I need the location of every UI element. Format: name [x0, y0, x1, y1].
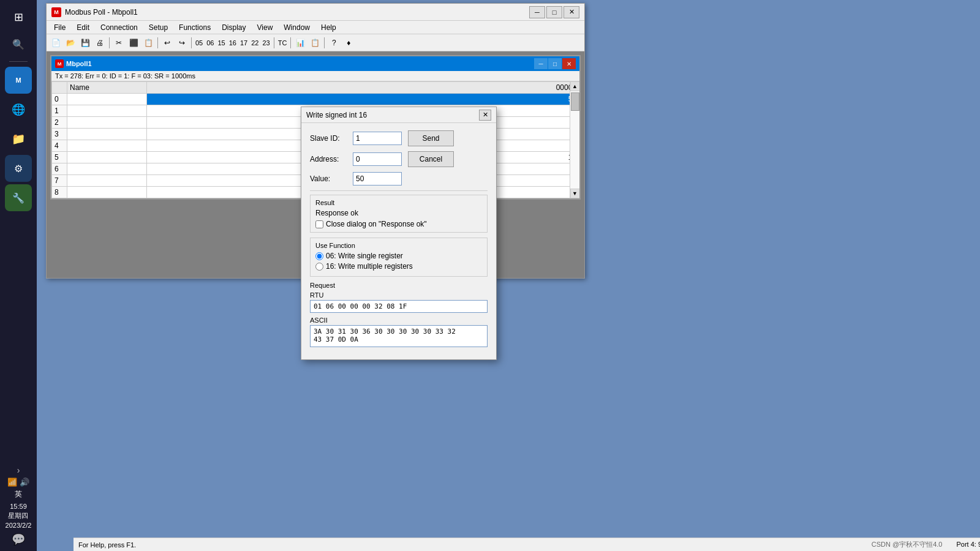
inner-titlebar: M Mbpoll1 ─ □ ✕: [51, 56, 579, 71]
request-group: Request RTU 01 06 00 00 00 32 08 1F ASCI…: [310, 282, 488, 347]
taskbar-left: ⊞ 🔍 M 🌐 📁 ⚙ 🔧 › 📶 🔊 英 15:59 星期四 2023/2/2…: [0, 0, 37, 551]
toolbar-tc[interactable]: TC: [277, 39, 288, 47]
inner-app-icon: M: [55, 59, 64, 68]
scrollbar-vertical[interactable]: ▲ ▼: [570, 81, 579, 198]
radio-write-multiple[interactable]: [315, 263, 323, 271]
row-name: [67, 105, 147, 117]
scroll-down[interactable]: ▼: [570, 189, 580, 198]
toolbar-paste[interactable]: 📋: [141, 36, 155, 50]
toolbar-22[interactable]: 22: [250, 39, 260, 47]
value-input[interactable]: [353, 172, 402, 186]
table-row[interactable]: 050: [52, 94, 579, 105]
toolbar-chart[interactable]: 📊: [293, 36, 307, 50]
taskbar-files[interactable]: 📁: [5, 126, 32, 152]
menu-file[interactable]: File: [49, 22, 70, 33]
date-display: 2023/2/2: [6, 521, 32, 530]
toolbar-copy[interactable]: ⬛: [127, 36, 140, 50]
chat-button[interactable]: 💬: [12, 533, 25, 546]
toolbar-17[interactable]: 17: [239, 39, 249, 47]
close-dialog-row: Close dialog on "Response ok": [315, 220, 482, 228]
toolbar-cut[interactable]: ✂: [112, 36, 126, 50]
slave-id-input[interactable]: [353, 132, 402, 145]
inner-minimize[interactable]: ─: [534, 58, 548, 69]
ascii-label: ASCII: [310, 317, 488, 324]
dialog-titlebar: Write signed int 16 ✕: [301, 107, 496, 123]
inner-close[interactable]: ✕: [562, 58, 576, 69]
toolbar-redo[interactable]: ↪: [175, 36, 189, 50]
radio-write-single[interactable]: [315, 252, 323, 260]
row-value[interactable]: 50: [147, 94, 579, 105]
scroll-up[interactable]: ▲: [570, 81, 580, 91]
row-number: 1: [52, 105, 67, 117]
ascii-line2: 43 37 0D 0A: [314, 335, 358, 343]
watermark: CSDN @宇秋不守恒4.0: [872, 541, 943, 548]
toolbar-data[interactable]: 📋: [308, 36, 322, 50]
show-hidden-icons[interactable]: ›: [17, 465, 20, 475]
search-icon: 🔍: [12, 39, 24, 50]
toolbar: 📄 📂 💾 🖨 ✂ ⬛ 📋 ↩ ↪ 05 06 15 16 17 22 23 T…: [47, 34, 584, 51]
menu-display[interactable]: Display: [217, 22, 251, 33]
toolbar-save[interactable]: 💾: [78, 36, 92, 50]
speaker-icon[interactable]: 🔊: [20, 478, 29, 487]
row-number: 2: [52, 117, 67, 129]
language-button[interactable]: 英: [15, 489, 22, 500]
row-name: [67, 163, 147, 175]
rtu-label: RTU: [310, 291, 488, 299]
scroll-thumb[interactable]: [571, 92, 579, 111]
menu-edit[interactable]: Edit: [72, 22, 94, 33]
toolbar-sep4: [274, 37, 274, 48]
menu-help[interactable]: Help: [316, 22, 341, 33]
function-legend: Use Function: [315, 242, 482, 249]
address-row: Address: Cancel: [310, 151, 488, 167]
toolbar-sep2: [157, 37, 158, 48]
taskbar-edge[interactable]: 🌐: [5, 96, 32, 123]
toolbar-16[interactable]: 16: [228, 39, 238, 47]
wifi-icon[interactable]: 📶: [7, 478, 17, 487]
toolbar-print[interactable]: 🖨: [93, 36, 107, 50]
search-button[interactable]: 🔍: [6, 32, 31, 56]
toolbar-sep1: [109, 37, 110, 48]
toolbar-23[interactable]: 23: [262, 39, 271, 47]
toolbar-15[interactable]: 15: [217, 39, 227, 47]
toolbar-undo[interactable]: ↩: [160, 36, 174, 50]
toolbar-sep6: [324, 37, 325, 48]
menu-window[interactable]: Window: [279, 22, 315, 33]
toolbar-05[interactable]: 05: [194, 39, 204, 47]
dialog-close-button[interactable]: ✕: [479, 110, 491, 121]
taskbar-app-mbpoll[interactable]: M: [5, 67, 32, 94]
taskbar-settings[interactable]: ⚙: [5, 155, 32, 182]
result-group: Result Response ok Close dialog on "Resp…: [310, 195, 488, 233]
send-button[interactable]: Send: [408, 130, 454, 146]
row-name: [67, 94, 147, 105]
titlebar-left: M Modbus Poll - Mbpoll1: [51, 7, 138, 17]
menu-setup[interactable]: Setup: [144, 22, 173, 33]
toolbar-06[interactable]: 06: [205, 39, 215, 47]
app-title: Modbus Poll - Mbpoll1: [65, 8, 138, 17]
toolbar-extra[interactable]: ♦: [342, 36, 355, 50]
windows-start-button[interactable]: ⊞: [6, 5, 31, 29]
address-input[interactable]: [353, 152, 402, 166]
ascii-line1: 3A 30 31 30 36 30 30 30 30 30 33 32: [314, 328, 456, 335]
file-explorer-icon: 📁: [12, 132, 25, 146]
close-dialog-checkbox[interactable]: [315, 220, 323, 228]
statusbar-right: CSDN @宇秋不守恒4.0 Port 4: 9600-8-E-1: [872, 540, 980, 549]
function-group: Use Function 06: Write single register 1…: [310, 238, 488, 277]
toolbar-new[interactable]: 📄: [49, 36, 62, 50]
inner-maximize[interactable]: □: [548, 58, 562, 69]
minimize-button[interactable]: ─: [529, 6, 545, 18]
menu-connection[interactable]: Connection: [96, 22, 143, 33]
maximize-button[interactable]: □: [546, 6, 562, 18]
toolbar-help[interactable]: ?: [327, 36, 341, 50]
menu-functions[interactable]: Functions: [174, 22, 216, 33]
divider1: [310, 190, 488, 191]
request-legend: Request: [310, 282, 488, 289]
cancel-button[interactable]: Cancel: [408, 151, 454, 167]
taskbar-tool[interactable]: 🔧: [5, 184, 32, 211]
menu-view[interactable]: View: [252, 22, 278, 33]
clock-display[interactable]: 15:59 星期四 2023/2/2: [6, 502, 32, 530]
col-name: Name: [67, 82, 147, 94]
toolbar-open[interactable]: 📂: [64, 36, 77, 50]
value-label: Value:: [310, 174, 353, 183]
close-button[interactable]: ✕: [564, 6, 579, 18]
windows-icon: ⊞: [14, 10, 23, 24]
